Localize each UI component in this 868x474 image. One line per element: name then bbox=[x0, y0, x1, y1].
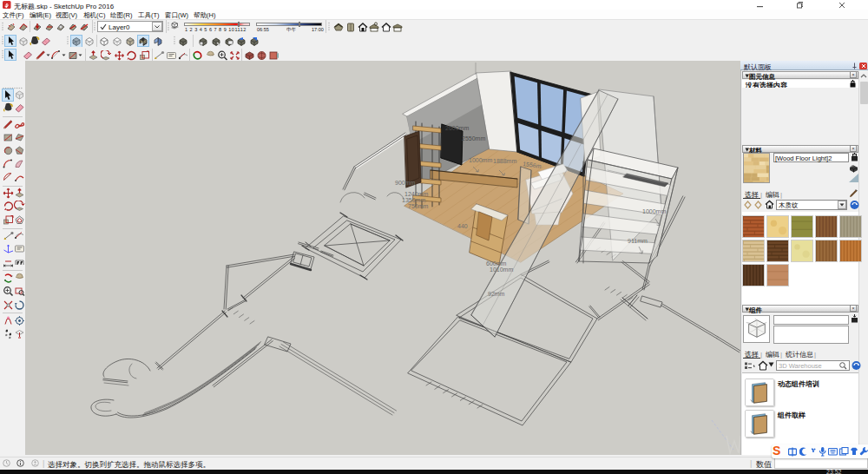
svg-text:92mm: 92mm bbox=[488, 291, 505, 297]
svg-text:1000mm: 1000mm bbox=[469, 157, 492, 163]
svg-text:600mm: 600mm bbox=[486, 260, 507, 267]
svg-text:440: 440 bbox=[457, 223, 468, 229]
svg-text:750mm: 750mm bbox=[408, 203, 429, 209]
svg-text:2600mm: 2600mm bbox=[445, 125, 469, 131]
svg-text:1888mm: 1888mm bbox=[493, 158, 516, 164]
svg-text:1000mm: 1000mm bbox=[642, 208, 666, 214]
svg-text:1240mm: 1240mm bbox=[404, 191, 428, 197]
svg-text:1010mm: 1010mm bbox=[490, 267, 513, 273]
svg-text:1350mm: 1350mm bbox=[402, 197, 425, 203]
svg-text:911mm: 911mm bbox=[628, 238, 648, 244]
svg-text:2550mm: 2550mm bbox=[462, 135, 485, 142]
svg-text:900mm: 900mm bbox=[395, 180, 416, 186]
